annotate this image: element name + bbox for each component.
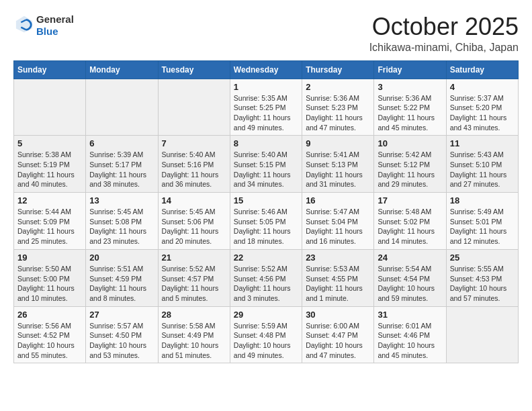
day-info: Sunrise: 5:54 AMSunset: 4:54 PMDaylight:… (378, 264, 442, 304)
title-block: October 2025 Ichikawa-minami, Chiba, Jap… (369, 13, 519, 54)
day-number: 1 (234, 82, 298, 92)
day-number: 31 (378, 310, 442, 320)
day-info: Sunrise: 5:45 AMSunset: 5:08 PMDaylight:… (89, 207, 154, 246)
calendar-cell (14, 79, 86, 136)
calendar-cell: 5Sunrise: 5:38 AMSunset: 5:19 PMDaylight… (14, 136, 86, 193)
day-number: 8 (234, 138, 298, 148)
calendar-cell: 24Sunrise: 5:54 AMSunset: 4:54 PMDayligh… (374, 249, 446, 306)
calendar-week-row: 5Sunrise: 5:38 AMSunset: 5:19 PMDaylight… (14, 136, 519, 193)
calendar-header-sunday: Sunday (14, 60, 86, 79)
day-info: Sunrise: 5:37 AMSunset: 5:20 PMDaylight:… (450, 93, 515, 133)
day-info: Sunrise: 5:40 AMSunset: 5:15 PMDaylight:… (234, 150, 298, 189)
calendar-cell: 29Sunrise: 5:59 AMSunset: 4:48 PMDayligh… (230, 306, 302, 363)
calendar-cell: 10Sunrise: 5:42 AMSunset: 5:12 PMDayligh… (374, 136, 446, 193)
day-number: 17 (378, 195, 442, 205)
day-info: Sunrise: 5:44 AMSunset: 5:09 PMDaylight:… (17, 207, 82, 246)
day-number: 16 (306, 195, 370, 205)
logo-text-blue: Blue (36, 26, 74, 38)
day-info: Sunrise: 5:36 AMSunset: 5:23 PMDaylight:… (306, 93, 370, 133)
calendar-header-thursday: Thursday (302, 60, 374, 79)
calendar-body: 1Sunrise: 5:35 AMSunset: 5:25 PMDaylight… (14, 79, 519, 363)
calendar-cell: 23Sunrise: 5:53 AMSunset: 4:55 PMDayligh… (302, 249, 374, 306)
day-number: 20 (89, 253, 154, 263)
day-info: Sunrise: 5:41 AMSunset: 5:13 PMDaylight:… (306, 150, 370, 189)
calendar-cell: 3Sunrise: 5:36 AMSunset: 5:22 PMDaylight… (374, 79, 446, 136)
calendar-cell: 26Sunrise: 5:56 AMSunset: 4:52 PMDayligh… (14, 306, 86, 363)
day-info: Sunrise: 5:35 AMSunset: 5:25 PMDaylight:… (234, 93, 298, 133)
calendar-cell: 12Sunrise: 5:44 AMSunset: 5:09 PMDayligh… (14, 193, 86, 250)
day-info: Sunrise: 5:36 AMSunset: 5:22 PMDaylight:… (378, 93, 442, 133)
day-info: Sunrise: 5:49 AMSunset: 5:01 PMDaylight:… (450, 207, 515, 246)
month-title: October 2025 (369, 13, 519, 40)
logo: General Blue (13, 13, 74, 38)
day-info: Sunrise: 5:57 AMSunset: 4:50 PMDaylight:… (89, 321, 154, 361)
day-info: Sunrise: 5:52 AMSunset: 4:56 PMDaylight:… (234, 264, 298, 304)
day-number: 30 (306, 310, 370, 320)
day-number: 26 (17, 310, 82, 320)
day-info: Sunrise: 5:52 AMSunset: 4:57 PMDaylight:… (162, 264, 226, 304)
day-number: 5 (17, 138, 82, 148)
day-number: 15 (234, 195, 298, 205)
day-number: 29 (234, 310, 298, 320)
calendar-header-saturday: Saturday (446, 60, 518, 79)
calendar-header-friday: Friday (374, 60, 446, 79)
day-info: Sunrise: 5:40 AMSunset: 5:16 PMDaylight:… (162, 150, 226, 189)
day-info: Sunrise: 5:55 AMSunset: 4:53 PMDaylight:… (450, 264, 515, 304)
calendar-cell (86, 79, 158, 136)
day-info: Sunrise: 5:39 AMSunset: 5:17 PMDaylight:… (89, 150, 154, 189)
calendar-cell: 11Sunrise: 5:43 AMSunset: 5:10 PMDayligh… (446, 136, 518, 193)
calendar-cell: 18Sunrise: 5:49 AMSunset: 5:01 PMDayligh… (446, 193, 518, 250)
page-header: General Blue October 2025 Ichikawa-minam… (13, 13, 519, 54)
day-number: 6 (89, 138, 154, 148)
calendar-header-monday: Monday (86, 60, 158, 79)
calendar-cell: 22Sunrise: 5:52 AMSunset: 4:56 PMDayligh… (230, 249, 302, 306)
day-info: Sunrise: 5:47 AMSunset: 5:04 PMDaylight:… (306, 207, 370, 246)
calendar-cell: 19Sunrise: 5:50 AMSunset: 5:00 PMDayligh… (14, 249, 86, 306)
calendar-cell: 2Sunrise: 5:36 AMSunset: 5:23 PMDaylight… (302, 79, 374, 136)
day-number: 14 (162, 195, 226, 205)
calendar-week-row: 19Sunrise: 5:50 AMSunset: 5:00 PMDayligh… (14, 249, 519, 306)
calendar-cell: 8Sunrise: 5:40 AMSunset: 5:15 PMDaylight… (230, 136, 302, 193)
calendar-header-tuesday: Tuesday (158, 60, 230, 79)
day-info: Sunrise: 6:01 AMSunset: 4:46 PMDaylight:… (378, 321, 442, 361)
calendar-header-row: SundayMondayTuesdayWednesdayThursdayFrid… (14, 60, 519, 79)
logo-text-general: General (36, 13, 74, 26)
calendar-cell: 30Sunrise: 6:00 AMSunset: 4:47 PMDayligh… (302, 306, 374, 363)
calendar-cell: 28Sunrise: 5:58 AMSunset: 4:49 PMDayligh… (158, 306, 230, 363)
calendar-header-wednesday: Wednesday (230, 60, 302, 79)
calendar-cell: 6Sunrise: 5:39 AMSunset: 5:17 PMDaylight… (86, 136, 158, 193)
calendar-cell: 31Sunrise: 6:01 AMSunset: 4:46 PMDayligh… (374, 306, 446, 363)
day-info: Sunrise: 5:43 AMSunset: 5:10 PMDaylight:… (450, 150, 515, 189)
calendar-table: SundayMondayTuesdayWednesdayThursdayFrid… (13, 60, 519, 364)
day-number: 2 (306, 82, 370, 92)
day-number: 12 (17, 195, 82, 205)
day-number: 19 (17, 253, 82, 263)
calendar-cell: 25Sunrise: 5:55 AMSunset: 4:53 PMDayligh… (446, 249, 518, 306)
day-number: 4 (450, 82, 515, 92)
day-info: Sunrise: 5:59 AMSunset: 4:48 PMDaylight:… (234, 321, 298, 361)
calendar-cell (446, 306, 518, 363)
day-number: 28 (162, 310, 226, 320)
day-number: 11 (450, 138, 515, 148)
day-info: Sunrise: 5:56 AMSunset: 4:52 PMDaylight:… (17, 321, 82, 361)
day-number: 9 (306, 138, 370, 148)
day-number: 7 (162, 138, 226, 148)
location-title: Ichikawa-minami, Chiba, Japan (369, 42, 519, 54)
day-number: 13 (89, 195, 154, 205)
calendar-cell: 21Sunrise: 5:52 AMSunset: 4:57 PMDayligh… (158, 249, 230, 306)
day-number: 24 (378, 253, 442, 263)
day-number: 27 (89, 310, 154, 320)
day-number: 22 (234, 253, 298, 263)
calendar-cell: 7Sunrise: 5:40 AMSunset: 5:16 PMDaylight… (158, 136, 230, 193)
calendar-cell: 27Sunrise: 5:57 AMSunset: 4:50 PMDayligh… (86, 306, 158, 363)
day-number: 10 (378, 138, 442, 148)
calendar-cell: 20Sunrise: 5:51 AMSunset: 4:59 PMDayligh… (86, 249, 158, 306)
calendar-week-row: 1Sunrise: 5:35 AMSunset: 5:25 PMDaylight… (14, 79, 519, 136)
day-info: Sunrise: 5:51 AMSunset: 4:59 PMDaylight:… (89, 264, 154, 304)
calendar-week-row: 12Sunrise: 5:44 AMSunset: 5:09 PMDayligh… (14, 193, 519, 250)
day-info: Sunrise: 5:53 AMSunset: 4:55 PMDaylight:… (306, 264, 370, 304)
day-number: 18 (450, 195, 515, 205)
calendar-cell: 14Sunrise: 5:45 AMSunset: 5:06 PMDayligh… (158, 193, 230, 250)
day-number: 25 (450, 253, 515, 263)
day-info: Sunrise: 6:00 AMSunset: 4:47 PMDaylight:… (306, 321, 370, 361)
